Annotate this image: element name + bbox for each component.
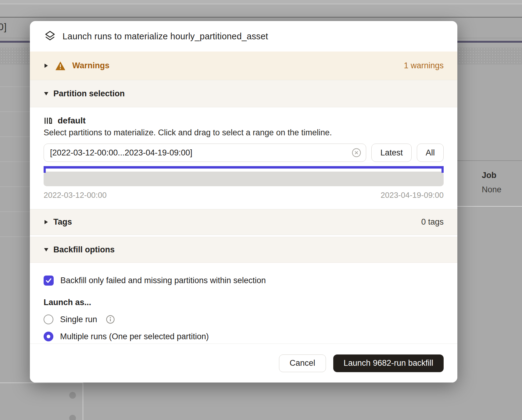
bg-row-line <box>0 237 30 237</box>
tags-section-toggle[interactable]: Tags 0 tags <box>30 209 457 235</box>
partition-timeline[interactable] <box>44 172 444 186</box>
tags-section-title: Tags <box>53 217 72 227</box>
bg-status-dot <box>69 415 76 420</box>
backfill-only-failed-label: Backfill only failed and missing partiti… <box>60 276 266 285</box>
bg-row-line <box>0 187 30 187</box>
bg-top-band <box>0 0 522 4</box>
multiple-runs-radio-row[interactable]: Multiple runs (One per selected partitio… <box>44 332 444 341</box>
partition-selection-content: default Select partitions to materialize… <box>30 107 457 209</box>
info-circle-icon[interactable] <box>106 315 115 324</box>
materialize-layers-icon <box>44 30 56 43</box>
launch-as-label: Launch as... <box>44 298 444 307</box>
backfill-options-toggle[interactable]: Backfill options <box>30 237 457 263</box>
radio-checked-icon[interactable] <box>44 332 53 341</box>
bg-clipped-input-text: 0] <box>0 21 7 33</box>
clear-selection-icon[interactable] <box>352 148 361 158</box>
chevron-right-icon <box>44 220 48 224</box>
backfill-options-title: Backfill options <box>53 245 115 254</box>
radio-unchecked-icon[interactable] <box>44 315 53 324</box>
partition-selection-toggle[interactable]: Partition selection <box>30 80 457 107</box>
checkbox-checked-icon[interactable] <box>44 276 54 286</box>
backfill-options-content: Backfill only failed and missing partiti… <box>30 263 457 343</box>
chevron-down-icon <box>44 248 48 251</box>
bg-row-line <box>457 206 522 207</box>
timeline-date-labels: 2022-03-12-00:00 2023-04-19-09:00 <box>44 190 444 200</box>
bg-column-line <box>83 383 83 420</box>
partition-range-input[interactable] <box>44 144 366 162</box>
bg-toolbar-band <box>0 4 522 17</box>
partition-help-text: Select partitions to materialize. Click … <box>44 128 444 137</box>
bg-row-line <box>0 162 30 162</box>
dimension-row: default <box>44 116 444 126</box>
dimension-name: default <box>58 116 86 126</box>
latest-button[interactable]: Latest <box>371 144 412 162</box>
launch-backfill-button[interactable]: Launch 9682-run backfill <box>333 354 444 372</box>
bg-row-line <box>457 160 522 161</box>
bg-row-line <box>0 383 83 383</box>
single-run-label: Single run <box>60 315 97 324</box>
bg-divider <box>0 17 522 18</box>
bg-job-column-value: None <box>482 185 502 194</box>
chevron-right-icon <box>44 63 48 68</box>
chevron-down-icon <box>44 92 48 95</box>
timeline-end-date: 2023-04-19-09:00 <box>381 190 444 200</box>
partition-dimension-icon <box>44 116 53 125</box>
dialog-title: Launch runs to materialize hourly_partit… <box>63 31 268 41</box>
dialog-footer: Cancel Launch 9682-run backfill <box>30 343 457 383</box>
partition-selection-range-bar[interactable] <box>44 166 444 169</box>
dialog-header: Launch runs to materialize hourly_partit… <box>30 21 457 52</box>
warning-triangle-icon <box>55 61 66 70</box>
bg-row-line <box>0 87 30 87</box>
partition-selection-title: Partition selection <box>53 89 125 98</box>
bg-status-dot <box>69 392 76 399</box>
all-button[interactable]: All <box>417 144 444 162</box>
partition-input-row: Latest All <box>44 144 444 162</box>
partition-input-wrap <box>44 144 366 162</box>
bg-job-column-header: Job <box>482 171 496 180</box>
launch-backfill-dialog: Launch runs to materialize hourly_partit… <box>30 21 457 383</box>
screen: 0] Job None Launch runs to materiali <box>0 0 522 420</box>
backfill-only-failed-checkbox-row[interactable]: Backfill only failed and missing partiti… <box>44 276 444 286</box>
bg-row-line <box>0 112 30 112</box>
cancel-button[interactable]: Cancel <box>279 354 326 372</box>
single-run-radio-row[interactable]: Single run <box>44 315 444 324</box>
warnings-count-badge: 1 warnings <box>404 61 444 70</box>
bg-row-line <box>0 212 30 212</box>
multiple-runs-label: Multiple runs (One per selected partitio… <box>60 332 209 341</box>
warnings-label: Warnings <box>72 61 109 70</box>
timeline-start-date: 2022-03-12-00:00 <box>44 190 107 200</box>
tags-count-badge: 0 tags <box>421 217 444 227</box>
bg-row-line <box>0 137 30 137</box>
warnings-section-toggle[interactable]: Warnings 1 warnings <box>30 52 457 80</box>
